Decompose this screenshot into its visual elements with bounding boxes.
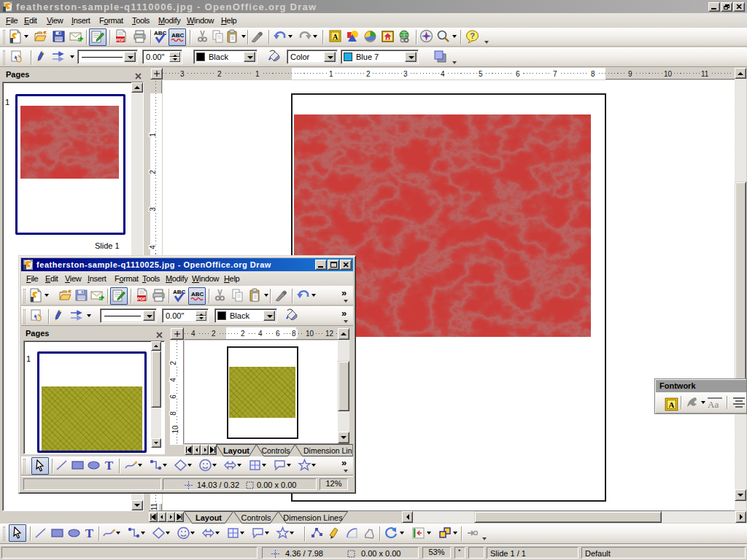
svg-text:Layout: Layout (223, 446, 249, 455)
svg-text:Aa: Aa (708, 399, 719, 410)
svg-text:Layout: Layout (196, 513, 222, 522)
svg-text:Dimension Lines: Dimension Lines (283, 513, 343, 522)
svg-text:Controls: Controls (241, 513, 271, 522)
svg-text:Controls: Controls (261, 446, 290, 455)
svg-text:Dimension Lin: Dimension Lin (303, 446, 352, 455)
